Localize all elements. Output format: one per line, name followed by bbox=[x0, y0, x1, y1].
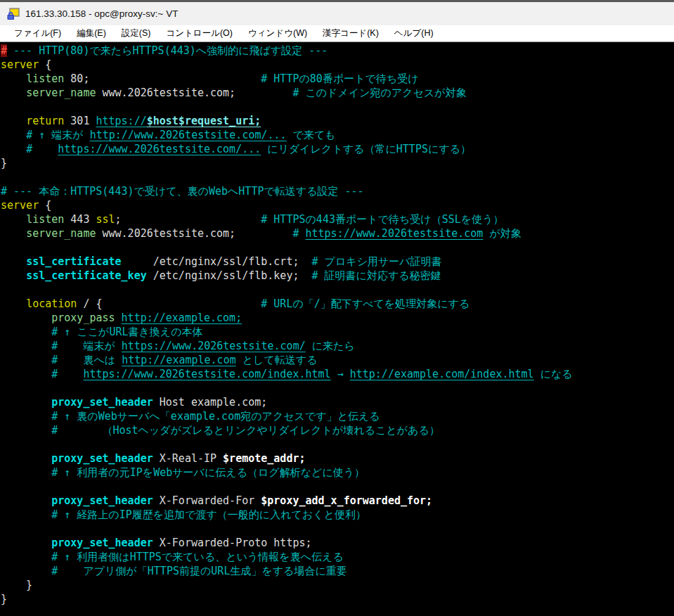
terminal-line bbox=[1, 170, 674, 184]
terminal-line: # https://www.2026testsite.com/... にリダイレ… bbox=[1, 142, 674, 156]
code-text: # ↑ 経路上のIP履歴を追加で渡す（一般的に入れておくと便利） bbox=[51, 508, 366, 521]
code-text: が対象 bbox=[483, 227, 521, 240]
code-text bbox=[115, 312, 122, 324]
menu-help[interactable]: ヘルプ(H) bbox=[387, 26, 441, 41]
menu-edit[interactable]: 編集(E) bbox=[69, 26, 114, 41]
code-text: } bbox=[1, 579, 32, 591]
terminal-line: location / { # URLの「/」配下すべてを処理対象にする bbox=[1, 297, 674, 311]
menu-file[interactable]: ファイル(F) bbox=[6, 26, 69, 41]
terminal-line: proxy_pass http://example.com; bbox=[1, 311, 674, 325]
code-text: ssl_certificate_key bbox=[26, 269, 147, 282]
code-text: proxy_pass bbox=[51, 312, 115, 324]
terminal-line bbox=[1, 381, 674, 395]
url-link[interactable]: https://www.2026testsite.com/ bbox=[122, 340, 306, 352]
terminal-line: # https://www.2026testsite.com/index.htm… bbox=[1, 367, 674, 381]
menu-control[interactable]: コントロール(O) bbox=[158, 26, 240, 41]
url-link[interactable]: http://www.2026testsite.com/... bbox=[90, 129, 287, 141]
code-text bbox=[1, 494, 51, 507]
teraterm-window: 161.33.30.158 - opc@proxy-sv:~ VT ファイル(F… bbox=[0, 0, 674, 616]
url-link[interactable]: http://example.com bbox=[122, 354, 236, 366]
code-text: } bbox=[1, 157, 7, 169]
code-text: → bbox=[331, 368, 350, 380]
code-text bbox=[1, 424, 51, 437]
code-text bbox=[1, 452, 51, 465]
teraterm-ssh-lock-icon[interactable] bbox=[6, 8, 20, 20]
terminal-line: return 301 https://$host$request_uri; bbox=[1, 114, 674, 128]
code-text bbox=[1, 410, 51, 423]
code-text bbox=[1, 508, 51, 521]
code-text: # ↑ 裏のWebサーバへ「example.com宛のアクセスです」と伝える bbox=[51, 410, 380, 423]
url-link[interactable]: http://example.com/index.html bbox=[350, 368, 534, 380]
code-text: proxy_set_header bbox=[51, 537, 153, 549]
code-text: # bbox=[26, 143, 58, 155]
code-text: { bbox=[39, 58, 51, 71]
terminal-line: # ↑ 経路上のIP履歴を追加で渡す（一般的に入れておくと便利） bbox=[1, 508, 674, 522]
terminal-line: # ↑ 利用者の元IPをWebサーバに伝える（ログ解析などに使う） bbox=[1, 466, 674, 480]
code-text: listen bbox=[26, 213, 64, 226]
menu-setup[interactable]: 設定(S) bbox=[114, 26, 159, 41]
terminal-line bbox=[1, 283, 674, 297]
code-text: location bbox=[26, 297, 77, 310]
code-text: # アプリ側が「HTTPS前提のURL生成」をする場合に重要 bbox=[51, 565, 347, 577]
code-text bbox=[1, 396, 51, 409]
terminal-line: server_name www.2026testsite.com; # http… bbox=[1, 226, 674, 240]
code-text: に来たら bbox=[306, 340, 355, 352]
terminal-screen[interactable]: # --- HTTP(80)で来たらHTTPS(443)へ強制的に飛ばす設定 -… bbox=[0, 42, 674, 616]
terminal-line: # ↑ 端末が http://www.2026testsite.com/... … bbox=[1, 128, 674, 142]
code-text bbox=[1, 537, 51, 549]
code-text: server_name bbox=[26, 86, 96, 99]
code-text bbox=[1, 115, 26, 127]
code-text: # bbox=[51, 368, 83, 380]
code-text: # ↑ 利用者側はHTTPSで来ている、という情報を裏へ伝える bbox=[51, 551, 344, 563]
url-link[interactable]: https:// bbox=[96, 115, 146, 127]
code-text: ssl_certificate bbox=[26, 255, 121, 268]
code-text: 80; bbox=[64, 72, 261, 85]
code-text bbox=[1, 551, 51, 563]
menubar: ファイル(F) 編集(E) 設定(S) コントロール(O) ウィンドウ(W) 漢… bbox=[0, 25, 674, 42]
url-link[interactable]: https://www.2026testsite.com/... bbox=[58, 143, 261, 155]
titlebar[interactable]: 161.33.30.158 - opc@proxy-sv:~ VT bbox=[0, 2, 674, 25]
terminal-line: server_name www.2026testsite.com; # このドメ… bbox=[1, 86, 674, 100]
code-text bbox=[1, 368, 51, 380]
code-text: X-Real-IP bbox=[153, 452, 223, 465]
terminal-line: # --- 本命：HTTPS(443)で受けて、裏のWebへHTTPで転送する設… bbox=[1, 184, 674, 198]
terminal-line: ssl_certificate_key /etc/nginx/ssl/flb.k… bbox=[1, 269, 674, 283]
code-text: # このドメイン宛のアクセスが対象 bbox=[292, 86, 466, 99]
code-text: # 裏へは bbox=[51, 354, 122, 366]
code-text bbox=[1, 466, 51, 479]
code-text: # HTTPの80番ポートで待ち受け bbox=[261, 72, 418, 85]
terminal-line: # --- HTTP(80)で来たらHTTPS(443)へ強制的に飛ばす設定 -… bbox=[1, 44, 674, 58]
code-text: proxy_set_header bbox=[51, 452, 153, 465]
code-text: server bbox=[1, 58, 39, 71]
code-text: # bbox=[292, 227, 305, 240]
menu-kanjicode[interactable]: 漢字コード(K) bbox=[315, 26, 387, 41]
code-text: { bbox=[39, 199, 51, 212]
code-text: X-Forwarded-For bbox=[153, 494, 261, 507]
terminal-line: proxy_set_header X-Forwarded-For $proxy_… bbox=[1, 494, 674, 508]
terminal-line: # 端末が https://www.2026testsite.com/ に来たら bbox=[1, 339, 674, 353]
code-text: # （Hostヘッダがズレるとリンクやリダイレクトが壊れることがある） bbox=[51, 424, 440, 437]
terminal-line: } bbox=[1, 578, 674, 592]
url-link[interactable]: https://www.2026testsite.com/index.html bbox=[83, 368, 330, 380]
terminal-line: # アプリ側が「HTTPS前提のURL生成」をする場合に重要 bbox=[1, 564, 674, 578]
terminal-line: # ↑ 利用者側はHTTPSで来ている、という情報を裏へ伝える bbox=[1, 550, 674, 564]
code-text: / { bbox=[77, 297, 261, 310]
code-text: $proxy_add_x_forwarded_for; bbox=[261, 494, 432, 507]
code-text: --- HTTP(80)で来たらHTTPS(443)へ強制的に飛ばす設定 --- bbox=[7, 44, 328, 57]
code-text: proxy_set_header bbox=[51, 396, 153, 409]
code-text: # ↑ 利用者の元IPをWebサーバに伝える（ログ解析などに使う） bbox=[51, 466, 365, 479]
terminal-line bbox=[1, 522, 674, 536]
url-link[interactable]: http://example.com; bbox=[122, 312, 242, 324]
menu-window[interactable]: ウィンドウ(W) bbox=[240, 26, 315, 41]
code-text bbox=[1, 565, 51, 577]
code-text: } bbox=[1, 593, 7, 605]
url-link[interactable]: $host$request_uri; bbox=[147, 115, 261, 127]
url-link[interactable]: https://www.2026testsite.com bbox=[306, 227, 484, 240]
code-text: # HTTPSの443番ポートで待ち受け（SSLを使う） bbox=[261, 213, 503, 226]
code-text: として転送する bbox=[236, 354, 318, 366]
terminal-line bbox=[1, 240, 674, 255]
terminal-line: } bbox=[1, 592, 674, 606]
code-text: # プロキシ用サーバ証明書 bbox=[312, 255, 442, 268]
code-text bbox=[1, 297, 26, 310]
terminal-line: # ↑ ここがURL書き換えの本体 bbox=[1, 325, 674, 339]
